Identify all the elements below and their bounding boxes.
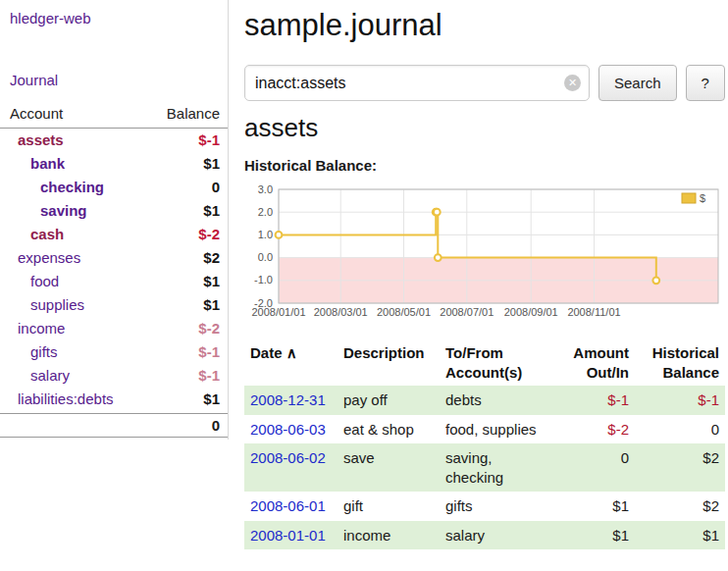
app-title-link[interactable]: hledger-web: [0, 0, 228, 26]
transaction-accounts: salary: [440, 521, 555, 550]
transaction-balance: $1: [635, 521, 725, 550]
search-box: ✕: [244, 65, 590, 101]
svg-text:2008/07/01: 2008/07/01: [440, 306, 494, 318]
historical-header-line1: Historical: [641, 343, 719, 363]
svg-text:2008/01/01: 2008/01/01: [251, 306, 305, 318]
transaction-accounts: food, supplies: [440, 415, 555, 444]
account-link-salary[interactable]: salary: [30, 366, 70, 386]
svg-text:2008/05/01: 2008/05/01: [377, 306, 431, 318]
account-balance: 0: [212, 178, 220, 197]
historical-balance-header: Historical Balance: [635, 339, 725, 386]
transaction-accounts: debts: [440, 386, 555, 415]
register-header-row: Date ∧ Description To/From Account(s) Am…: [244, 339, 725, 386]
svg-text:$: $: [700, 192, 705, 204]
transaction-amount: $-2: [555, 415, 635, 444]
transaction-amount: 0: [555, 443, 635, 492]
account-column-header: Account: [10, 105, 63, 122]
transaction-description: pay off: [338, 386, 440, 415]
account-row-assets: assets $-1: [0, 129, 228, 152]
search-input[interactable]: [244, 65, 590, 101]
svg-text:2008/03/01: 2008/03/01: [314, 306, 368, 318]
register-row: 2008-01-01 income salary $1 $1: [244, 521, 725, 550]
transaction-date-link[interactable]: 2008-01-01: [250, 527, 326, 544]
account-row-bank: bank $1: [0, 152, 228, 176]
svg-text:2.0: 2.0: [258, 206, 273, 218]
help-button[interactable]: ?: [686, 65, 725, 101]
account-row-liabilities-debts: liabilities:debts $1: [0, 388, 228, 411]
app: hledger-web Journal Account Balance asse…: [0, 0, 728, 549]
account-row-expenses: expenses $2: [0, 246, 228, 270]
description-header: Description: [338, 339, 440, 386]
account-balance: $-1: [198, 130, 220, 150]
account-balance: $1: [203, 295, 220, 315]
account-link-food[interactable]: food: [30, 272, 59, 291]
date-sort-header[interactable]: Date ∧: [244, 339, 338, 386]
historical-header-line2: Balance: [641, 363, 719, 383]
account-link-liabilities-debts[interactable]: liabilities:debts: [18, 389, 114, 409]
search-button[interactable]: Search: [598, 65, 677, 101]
balance-chart: 3.02.01.00.0-1.0-2.02008/01/012008/03/01…: [244, 182, 725, 321]
transaction-accounts: gifts: [440, 492, 555, 521]
account-balance: $-2: [198, 319, 220, 338]
transaction-description: income: [338, 521, 440, 550]
accounts-header-line2: Account(s): [445, 363, 549, 383]
amount-header-line2: Out/In: [561, 363, 629, 383]
amount-header-line1: Amount: [561, 343, 629, 363]
account-row-supplies: supplies $1: [0, 293, 228, 317]
register-row: 2008-06-03 eat & shop food, supplies $-2…: [244, 415, 725, 444]
account-row-income: income $-2: [0, 317, 228, 340]
transaction-date-link[interactable]: 2008-12-31: [250, 391, 326, 408]
register-row: 2008-06-02 save saving, checking 0 $2: [244, 443, 725, 492]
account-row-saving: saving $1: [0, 199, 228, 223]
account-heading: assets: [244, 113, 725, 143]
account-link-cash[interactable]: cash: [30, 225, 64, 244]
account-link-supplies[interactable]: supplies: [30, 295, 84, 315]
transaction-amount: $1: [555, 492, 635, 521]
sidebar: hledger-web Journal Account Balance asse…: [0, 0, 229, 549]
svg-text:0.0: 0.0: [258, 251, 273, 263]
account-balance: $-2: [198, 225, 220, 244]
account-link-checking[interactable]: checking: [40, 178, 104, 197]
account-balance: $1: [203, 272, 220, 291]
account-link-saving[interactable]: saving: [40, 201, 87, 221]
account-balance: $-1: [198, 366, 220, 386]
account-table-header: Account Balance: [0, 101, 228, 129]
accounts-header: To/From Account(s): [440, 339, 555, 386]
account-balance: $1: [203, 389, 220, 409]
transaction-date-link[interactable]: 2008-06-02: [250, 449, 326, 466]
register-table: Date ∧ Description To/From Account(s) Am…: [244, 339, 725, 549]
account-balance: $1: [203, 154, 220, 174]
sort-ascending-icon: ∧: [286, 344, 297, 361]
svg-text:2008/09/01: 2008/09/01: [504, 306, 558, 318]
transaction-date-link[interactable]: 2008-06-03: [250, 421, 326, 438]
account-balance: $-1: [198, 342, 220, 362]
transaction-description: eat & shop: [338, 415, 440, 444]
account-link-gifts[interactable]: gifts: [30, 342, 58, 362]
account-row-cash: cash $-2: [0, 223, 228, 246]
transaction-balance: 0: [635, 415, 725, 444]
account-balance-table: Account Balance assets $-1 bank $1 check…: [0, 101, 228, 438]
journal-link[interactable]: Journal: [0, 72, 228, 88]
account-link-expenses[interactable]: expenses: [18, 248, 80, 268]
transaction-description: gift: [338, 492, 440, 521]
account-balance: $2: [203, 248, 220, 268]
amount-header: Amount Out/In: [555, 339, 635, 386]
register-row: 2008-06-01 gift gifts $1 $2: [244, 492, 725, 521]
account-link-bank[interactable]: bank: [30, 154, 65, 174]
transaction-balance: $2: [635, 443, 725, 492]
accounts-header-line1: To/From: [445, 343, 549, 363]
clear-search-icon[interactable]: ✕: [564, 75, 581, 91]
svg-text:3.0: 3.0: [258, 183, 273, 195]
transaction-balance: $-1: [635, 386, 725, 415]
transaction-date-link[interactable]: 2008-06-01: [250, 497, 326, 514]
account-link-income[interactable]: income: [18, 319, 65, 338]
account-total-balance: 0: [0, 413, 228, 438]
transaction-amount: $1: [555, 521, 635, 550]
transaction-amount: $-1: [555, 386, 635, 415]
date-header-label: Date: [250, 344, 283, 361]
account-link-assets[interactable]: assets: [18, 130, 64, 150]
main-content: sample.journal ✕ Search ? assets Histori…: [229, 0, 728, 549]
page-title: sample.journal: [244, 8, 725, 43]
transaction-description: save: [338, 443, 440, 492]
search-bar: ✕ Search ?: [244, 65, 725, 101]
